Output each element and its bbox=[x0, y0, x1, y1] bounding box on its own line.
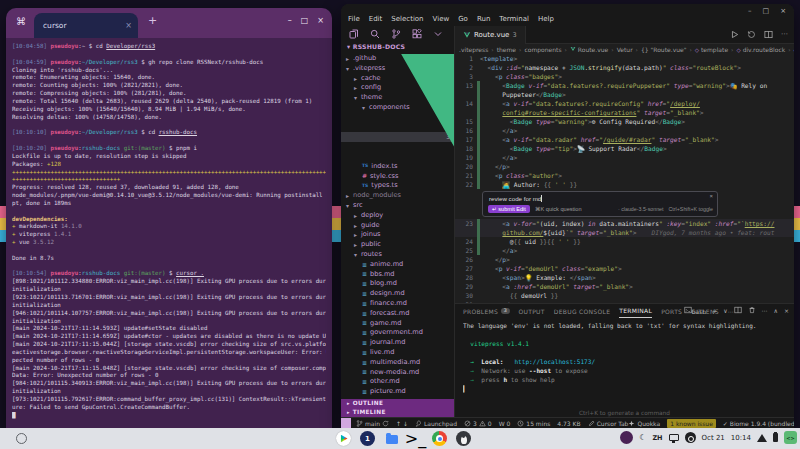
tree-item-style-css[interactable]: #style.css bbox=[341, 172, 454, 182]
panel-action[interactable]: ∨ bbox=[723, 307, 727, 315]
extensions-icon[interactable] bbox=[412, 29, 422, 39]
tree-item-design-md[interactable]: ≡design.md bbox=[341, 289, 454, 299]
minimize-button[interactable]: – bbox=[748, 7, 752, 15]
menu-go[interactable]: Go bbox=[458, 15, 468, 23]
app-icon-penguin[interactable] bbox=[456, 431, 471, 446]
do-not-disturb-icon[interactable]: ☾ bbox=[639, 433, 646, 442]
record-indicator-icon[interactable] bbox=[685, 432, 696, 443]
search-icon[interactable] bbox=[370, 29, 380, 39]
display-icon[interactable] bbox=[669, 434, 679, 441]
status-item-cursor-tab[interactable]: Cursor Tab bbox=[588, 420, 629, 427]
menu-file[interactable]: File bbox=[348, 15, 360, 23]
tree-item-bbs-md[interactable]: ≡bbs.md bbox=[341, 270, 454, 280]
panel-tab-ports[interactable]: PORTS bbox=[661, 304, 682, 318]
explorer-header[interactable]: ▾ RSSHUB-DOCS bbox=[347, 43, 405, 50]
app-icon-chrome[interactable] bbox=[432, 431, 447, 446]
split-editor-icon[interactable] bbox=[764, 30, 773, 39]
timeline-section[interactable]: ▸TIMELINE bbox=[341, 408, 454, 417]
breadcrumb-item[interactable]: theme bbox=[497, 46, 516, 53]
tree-item-live-md[interactable]: ≡live.md bbox=[341, 348, 454, 358]
run-icon[interactable] bbox=[730, 30, 739, 39]
menu-run[interactable]: Run bbox=[477, 15, 490, 23]
shelf-clock[interactable]: 10:14 bbox=[731, 434, 751, 442]
tree-item-new-media-md[interactable]: ≡new-media.md bbox=[341, 368, 454, 378]
tree-item-other-md[interactable]: ≡other.md bbox=[341, 377, 454, 387]
integrated-terminal[interactable]: The language 'env' is not loaded, fallin… bbox=[463, 321, 790, 406]
status-item-w-0[interactable]: W 0 bbox=[499, 420, 511, 427]
tree-item-public[interactable]: ▸public bbox=[341, 240, 454, 250]
launcher-button[interactable] bbox=[16, 433, 27, 444]
signal-icon[interactable] bbox=[757, 434, 767, 442]
explorer-icon[interactable] bbox=[349, 29, 359, 39]
panel-tab-problems[interactable]: PROBLEMS3 bbox=[463, 304, 510, 318]
panel-tab-terminal[interactable]: TERMINAL bbox=[619, 304, 652, 318]
tree-item-government-md[interactable]: ≡government.md bbox=[341, 328, 454, 338]
close-button[interactable]: × bbox=[780, 7, 786, 15]
panel-action[interactable]: × bbox=[784, 307, 789, 315]
panel-action[interactable]: bash bbox=[684, 306, 706, 316]
tree-item-anime-md[interactable]: ≡anime.md bbox=[341, 260, 454, 270]
tree-item-journal-md[interactable]: ≡journal.md bbox=[341, 338, 454, 348]
editor-tab-route-vue[interactable]: Route.vue 3 bbox=[455, 26, 526, 44]
model-label[interactable]: · claude-3.5-sonnet bbox=[618, 206, 664, 212]
panel-action[interactable] bbox=[748, 306, 756, 316]
timeline-icon[interactable] bbox=[747, 30, 756, 39]
notification-app-icon[interactable] bbox=[620, 431, 633, 444]
tree-item-game-md[interactable]: ≡game.md bbox=[341, 319, 454, 329]
tree-item-deploy[interactable]: ▸deploy bbox=[341, 211, 454, 221]
new-tab-button[interactable]: + bbox=[148, 14, 157, 27]
more-actions-icon[interactable]: ⋯ bbox=[781, 30, 788, 39]
source-control-icon[interactable] bbox=[391, 29, 401, 39]
breadcrumb-item[interactable]: ◇ div.routeBlock bbox=[736, 46, 785, 53]
breadcrumb-item[interactable]: Vetur bbox=[617, 46, 633, 53]
inline-edit-input[interactable]: review code for md bbox=[489, 195, 542, 202]
remote-indicator[interactable] bbox=[341, 418, 351, 428]
menu-selection[interactable]: Selection bbox=[391, 15, 423, 23]
status-item-quokka[interactable]: Quokka bbox=[628, 420, 660, 427]
tree-item-index-ts[interactable]: TSindex.ts bbox=[341, 162, 454, 172]
panel-tab-debug-console[interactable]: DEBUG CONSOLE bbox=[554, 304, 610, 318]
tree-item-src[interactable]: ▾src bbox=[341, 201, 454, 211]
status-item--[interactable]: ↑ ↓ bbox=[396, 420, 408, 427]
terminal-tab[interactable]: cursor × bbox=[34, 13, 138, 38]
tree-item-finance-md[interactable]: ≡finance.md bbox=[341, 299, 454, 309]
submit-edit-button[interactable]: ↵ submit Edit bbox=[488, 205, 530, 213]
tree-item-multimedia-md[interactable]: ≡multimedia.md bbox=[341, 358, 454, 368]
breadcrumb-item[interactable]: {} "Route.vue" bbox=[641, 46, 686, 53]
tree-item-Sponsors-vue[interactable]: Sponsors.vue bbox=[341, 152, 454, 162]
menu-view[interactable]: View bbox=[433, 15, 450, 23]
app-icon-play[interactable] bbox=[336, 431, 351, 446]
minimize-button[interactable]: – bbox=[288, 16, 292, 25]
status-item-4-73-kb[interactable]: 4.73 KB bbox=[557, 420, 580, 427]
panel-action[interactable] bbox=[734, 306, 742, 316]
tab-close-icon[interactable]: × bbox=[125, 13, 132, 38]
panel-action[interactable]: ∧ bbox=[774, 307, 778, 315]
breadcrumb-item[interactable]: ◇ template bbox=[695, 46, 728, 53]
app-icon-terminal[interactable]: >_ bbox=[408, 431, 423, 446]
code-editor[interactable]: 1<template>2 <div :id="namespace + JSON.… bbox=[455, 54, 794, 303]
maximize-button[interactable]: □ bbox=[301, 16, 309, 25]
status-item-launchpad[interactable]: Launchpad bbox=[415, 420, 457, 427]
shelf-date[interactable]: Oct 21 bbox=[702, 434, 725, 442]
menu-terminal[interactable]: Terminal bbox=[499, 15, 529, 23]
tree-item-guide[interactable]: ▸guide bbox=[341, 221, 454, 231]
tree-item-types-ts[interactable]: TStypes.ts bbox=[341, 181, 454, 191]
app-icon-files[interactable] bbox=[384, 431, 399, 446]
status-item-1-known-issue[interactable]: 1 known issue bbox=[667, 419, 716, 428]
menu-edit[interactable]: Edit bbox=[369, 15, 383, 23]
tree-item-picture-md[interactable]: ≡picture.md bbox=[341, 387, 454, 397]
system-tray[interactable]: ☾ ZH Oct 21 10:14 <> bbox=[620, 431, 797, 444]
status-item-15-mins[interactable]: 15 mins bbox=[517, 420, 550, 427]
tree-item-joinus[interactable]: ▸joinus bbox=[341, 230, 454, 240]
outline-section[interactable]: ▸OUTLINE bbox=[341, 399, 454, 408]
dev-mode-icon[interactable]: <> bbox=[784, 431, 797, 444]
tree-item-forecast-md[interactable]: ≡forecast.md bbox=[341, 309, 454, 319]
status-item-main[interactable]: main bbox=[356, 420, 389, 427]
status-item-3[interactable]: 30 bbox=[464, 420, 492, 427]
panel-action[interactable]: + bbox=[712, 307, 717, 315]
breadcrumb-item[interactable]: .vitepress bbox=[459, 46, 488, 53]
ime-indicator[interactable]: ZH bbox=[652, 434, 662, 442]
breadcrumb-item[interactable]: components bbox=[524, 46, 561, 53]
menu-help[interactable]: Help bbox=[538, 15, 554, 23]
panel-tab-output[interactable]: OUTPUT bbox=[519, 304, 545, 318]
